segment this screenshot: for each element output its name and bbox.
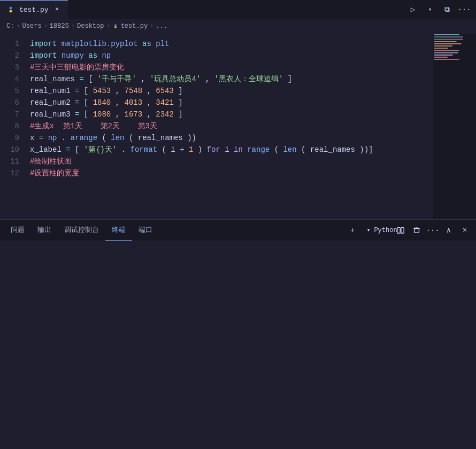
line-num-4: 4 <box>0 73 19 85</box>
dropdown-run-button[interactable]: ▾ <box>423 2 437 17</box>
line-num-10: 10 <box>0 144 19 156</box>
split-terminal-icon <box>397 227 404 234</box>
svg-point-0 <box>10 7 12 10</box>
breadcrumb-c[interactable]: C: <box>6 22 14 30</box>
new-terminal-dropdown-button[interactable]: ▾ <box>362 223 375 237</box>
line-num-11: 11 <box>0 156 19 167</box>
panel: 问题 输出 调试控制台 终端 端口 + ▾ <box>0 219 476 428</box>
code-line-4: real_names = [ '千与千寻' , '玩具总动员4' , '黑衣人：… <box>28 73 433 85</box>
svg-point-1 <box>10 10 12 13</box>
code-area: 1 2 3 4 5 6 7 8 9 10 11 12 import matplo… <box>0 34 476 219</box>
code-line-7: real_num3 = [ 1080 , 1673 , 2342 ] <box>28 109 433 120</box>
breadcrumb-desktop[interactable]: Desktop <box>77 22 104 30</box>
line-num-2: 2 <box>0 50 19 61</box>
line-numbers: 1 2 3 4 5 6 7 8 9 10 11 12 <box>0 34 28 219</box>
new-terminal-button[interactable]: + <box>346 223 359 237</box>
title-bar: test.py × ▷ ▾ ⧉ ··· <box>0 0 476 19</box>
tab-ports[interactable]: 端口 <box>132 220 159 241</box>
line-num-7: 7 <box>0 109 19 120</box>
svg-point-4 <box>114 26 117 28</box>
line-num-6: 6 <box>0 97 19 109</box>
line-num-8: 8 <box>0 120 19 132</box>
line-num-12: 12 <box>0 167 19 179</box>
title-bar-controls: ▷ ▾ ⧉ ··· <box>405 2 476 17</box>
code-line-9: x = np . arange ( len ( real_names )) <box>28 132 433 144</box>
panel-tab-actions: + ▾ Python <box>346 223 472 237</box>
line-num-1: 1 <box>0 38 19 50</box>
tab-problems[interactable]: 问题 <box>4 220 31 241</box>
svg-rect-9 <box>414 228 419 233</box>
code-line-11: #绘制柱状图 <box>28 156 433 167</box>
code-line-6: real_num2 = [ 1840 , 4013 , 3421 ] <box>28 97 433 109</box>
code-line-12: #设置柱的宽度 <box>28 167 433 179</box>
editor-container: 1 2 3 4 5 6 7 8 9 10 11 12 import matplo… <box>0 34 476 428</box>
breadcrumb-users[interactable]: Users <box>22 22 42 30</box>
python-terminal-badge: Python <box>378 223 391 237</box>
breadcrumb-ellipsis[interactable]: ... <box>156 22 167 30</box>
kill-terminal-button[interactable] <box>410 223 424 237</box>
close-panel-button[interactable]: × <box>458 223 472 237</box>
svg-rect-7 <box>397 227 400 233</box>
tab-debug-console[interactable]: 调试控制台 <box>58 220 105 241</box>
code-line-1: import matplotlib.pyplot as plt <box>28 38 433 50</box>
code-line-8: #生成x 第1天 第2天 第3天 <box>28 120 433 132</box>
maximize-panel-button[interactable]: ∧ <box>442 223 456 237</box>
trash-icon <box>413 227 420 234</box>
tab-label: test.py <box>19 6 49 14</box>
breadcrumb-python-icon <box>112 23 119 29</box>
breadcrumb-file: test.py <box>112 22 148 30</box>
svg-point-3 <box>114 24 117 26</box>
split-editor-button[interactable]: ⧉ <box>440 2 455 17</box>
editor-tab[interactable]: test.py × <box>0 0 68 19</box>
svg-rect-8 <box>401 227 404 233</box>
line-num-5: 5 <box>0 85 19 97</box>
minimap <box>433 34 476 219</box>
breadcrumb-18826[interactable]: 18826 <box>50 22 69 30</box>
code-line-2: import numpy as np <box>28 50 433 61</box>
more-panel-actions-button[interactable]: ··· <box>426 223 440 237</box>
code-line-3: #三天中三部电影的票房变化 <box>28 61 433 73</box>
tab-terminal[interactable]: 终端 <box>105 220 132 241</box>
minimap-canvas <box>433 34 476 98</box>
split-terminal-button[interactable] <box>394 223 408 237</box>
more-actions-button[interactable]: ··· <box>457 2 472 17</box>
code-line-10: x_label = [ '第{}天' . format ( i + 1 ) fo… <box>28 144 433 156</box>
line-num-9: 9 <box>0 132 19 144</box>
breadcrumb-filename[interactable]: test.py <box>121 22 148 30</box>
panel-tab-bar: 问题 输出 调试控制台 终端 端口 + ▾ <box>0 219 476 241</box>
run-button[interactable]: ▷ <box>405 2 420 17</box>
code-line-5: real_num1 = [ 5453 , 7548 , 6543 ] <box>28 85 433 97</box>
breadcrumb: C: › Users › 18826 › Desktop › test.py ›… <box>0 19 476 34</box>
line-num-3: 3 <box>0 61 19 73</box>
tab-close-button[interactable]: × <box>53 5 62 14</box>
tab-output[interactable]: 输出 <box>31 220 58 241</box>
terminal-content[interactable] <box>0 241 476 428</box>
python-file-icon <box>6 5 15 14</box>
code-editor[interactable]: import matplotlib.pyplot as plt import n… <box>28 34 433 219</box>
